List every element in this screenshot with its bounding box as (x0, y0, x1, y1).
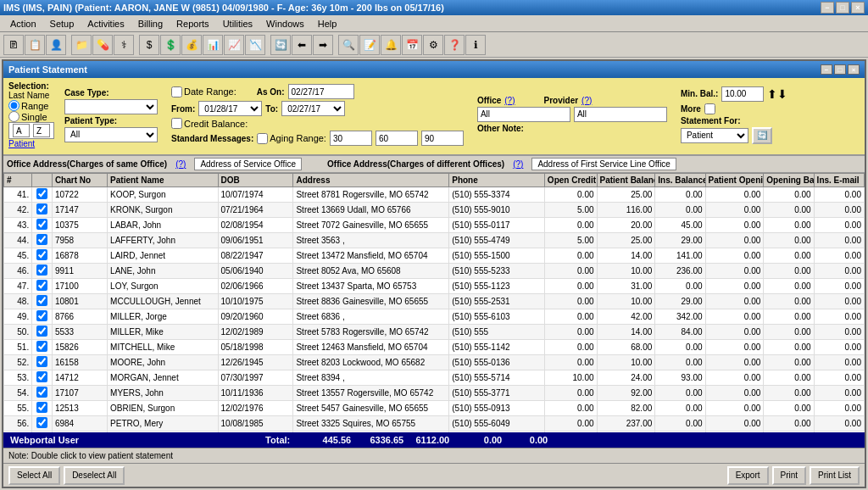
toolbar-btn-14[interactable]: ⬅ (292, 35, 312, 55)
aging-90-input[interactable] (421, 131, 464, 146)
print-button[interactable]: Print (772, 466, 807, 485)
table-row[interactable]: 51. 15826 MITCHELL, Mike 05/18/1998 Stre… (4, 340, 865, 355)
cell-check[interactable] (32, 355, 53, 370)
statement-refresh-btn[interactable]: 🔄 (752, 127, 772, 144)
cell-check[interactable] (32, 401, 53, 416)
cell-check[interactable] (32, 279, 53, 294)
az-to-input[interactable] (33, 124, 50, 137)
table-row[interactable]: 52. 16158 MOORE, John 12/26/1945 Street … (4, 355, 865, 370)
cell-check[interactable] (32, 370, 53, 386)
window-minimize-btn[interactable]: − (821, 64, 832, 75)
patient-link[interactable]: Patient (8, 139, 54, 148)
cell-check[interactable] (32, 264, 53, 279)
toolbar-btn-16[interactable]: 🔍 (338, 35, 359, 55)
menu-windows[interactable]: Windows (259, 17, 311, 31)
window-maximize-btn[interactable]: □ (834, 64, 846, 75)
cell-check[interactable] (32, 309, 53, 325)
table-row[interactable]: 41. 10722 KOOP, Surgon 10/07/1974 Street… (4, 187, 865, 203)
table-row[interactable]: 50. 5533 MILLER, Mike 12/02/1989 Street … (4, 325, 865, 340)
to-date-select[interactable]: 02/27/17 (281, 101, 345, 116)
cell-check[interactable] (32, 340, 53, 355)
toolbar-btn-19[interactable]: 📅 (402, 35, 422, 55)
menu-action[interactable]: Action (3, 17, 43, 31)
credit-balance-check[interactable]: Credit Balance: (171, 118, 248, 129)
toolbar-btn-13[interactable]: 🔄 (270, 35, 291, 55)
cell-check[interactable] (32, 325, 53, 340)
cell-check[interactable] (32, 203, 53, 218)
toolbar-btn-6[interactable]: ⚕ (114, 35, 134, 55)
table-row[interactable]: 55. 12513 OBRIEN, Surgon 12/02/1976 Stre… (4, 401, 865, 416)
provider-input[interactable] (574, 107, 667, 122)
window-close-btn[interactable]: × (848, 64, 860, 75)
min-bal-input[interactable] (721, 86, 764, 102)
table-row[interactable]: 53. 14712 MORGAN, Jennet 07/30/1997 Stre… (4, 370, 865, 386)
toolbar-btn-1[interactable]: 🖹 (3, 35, 24, 55)
cell-check[interactable] (32, 187, 53, 203)
from-date-select[interactable]: 01/28/17 (198, 101, 262, 116)
office-input[interactable] (477, 107, 570, 122)
address-first-tab[interactable]: Address of First Service Line Office (531, 158, 676, 170)
select-all-button[interactable]: Select All (8, 466, 60, 485)
statement-for-select[interactable]: Patient (681, 128, 748, 143)
table-row[interactable]: 56. 6984 PETRO, Mery 10/08/1985 Street 3… (4, 416, 865, 432)
toolbar-btn-3[interactable]: 👤 (46, 35, 66, 55)
cell-check[interactable] (32, 233, 53, 248)
menu-utilities[interactable]: Utilities (216, 17, 259, 31)
table-row[interactable]: 47. 17100 LOY, Surgon 02/06/1966 Street … (4, 279, 865, 294)
table-row[interactable]: 45. 16878 LAIRD, Jennet 08/22/1947 Stree… (4, 248, 865, 264)
menu-activities[interactable]: Activities (81, 17, 131, 31)
cell-check[interactable] (32, 386, 53, 401)
range-radio[interactable]: Range (8, 100, 54, 111)
toolbar-btn-12[interactable]: 📉 (245, 35, 265, 55)
date-range-check[interactable]: Date Range: (171, 86, 236, 97)
print-list-button[interactable]: Print List (810, 466, 860, 485)
table-row[interactable]: 46. 9911 LANE, John 05/06/1940 Street 80… (4, 264, 865, 279)
deselect-all-button[interactable]: Deselect All (64, 466, 125, 485)
table-row[interactable]: 43. 10375 LABAR, John 02/08/1954 Street … (4, 218, 865, 233)
single-radio[interactable]: Single (8, 111, 54, 122)
toolbar-btn-15[interactable]: ➡ (313, 35, 333, 55)
toolbar-btn-11[interactable]: 📈 (224, 35, 244, 55)
toolbar-btn-7[interactable]: $ (139, 35, 159, 55)
table-scroll[interactable]: # Chart No Patient Name DOB Address Phon… (3, 173, 865, 432)
aging-range-check[interactable] (257, 133, 268, 144)
export-button[interactable]: Export (727, 466, 769, 485)
menu-help[interactable]: Help (311, 17, 344, 31)
table-row[interactable]: 54. 17107 MYERS, John 10/11/1936 Street … (4, 386, 865, 401)
patient-type-select[interactable]: All (64, 127, 158, 142)
cell-check[interactable] (32, 294, 53, 309)
toolbar-btn-20[interactable]: ⚙ (423, 35, 443, 55)
cell-check[interactable] (32, 416, 53, 432)
menu-setup[interactable]: Setup (43, 17, 81, 31)
aging-30-input[interactable] (330, 131, 372, 146)
table-row[interactable]: 49. 8766 MILLER, Jorge 09/20/1960 Street… (4, 309, 865, 325)
toolbar-btn-21[interactable]: ❓ (444, 35, 465, 55)
toolbar-btn-4[interactable]: 📁 (71, 35, 92, 55)
provider-help-link[interactable]: (?) (581, 96, 592, 105)
app-close-btn[interactable]: × (851, 2, 865, 14)
cell-check[interactable] (32, 218, 53, 233)
az-from-input[interactable] (13, 124, 30, 137)
min-bal-spinner[interactable]: ⬆⬇ (767, 87, 787, 101)
office-address-help[interactable]: (?) (175, 159, 186, 169)
office-help-link[interactable]: (?) (504, 96, 515, 105)
table-row[interactable]: 44. 7958 LAFFERTY, John 09/06/1951 Stree… (4, 233, 865, 248)
toolbar-btn-18[interactable]: 🔔 (381, 35, 401, 55)
as-on-input[interactable] (288, 84, 354, 99)
more-checkbox[interactable] (704, 103, 715, 114)
aging-60-input[interactable] (376, 131, 418, 146)
app-minimize-btn[interactable]: − (821, 2, 834, 14)
table-row[interactable]: 48. 10801 MCCULLOUGH, Jennet 10/10/1975 … (4, 294, 865, 309)
menu-billing[interactable]: Billing (131, 17, 170, 31)
menu-reports[interactable]: Reports (170, 17, 216, 31)
table-row[interactable]: 42. 17147 KRONK, Surgon 07/21/1964 Stree… (4, 203, 865, 218)
toolbar-btn-10[interactable]: 📊 (203, 35, 223, 55)
toolbar-btn-5[interactable]: 💊 (92, 35, 113, 55)
office-address2-help[interactable]: (?) (513, 159, 523, 169)
app-maximize-btn[interactable]: □ (836, 2, 849, 14)
toolbar-btn-22[interactable]: ℹ (465, 35, 486, 55)
case-type-select[interactable] (64, 99, 158, 114)
toolbar-btn-2[interactable]: 📋 (25, 35, 45, 55)
cell-check[interactable] (32, 248, 53, 264)
toolbar-btn-17[interactable]: 📝 (359, 35, 380, 55)
